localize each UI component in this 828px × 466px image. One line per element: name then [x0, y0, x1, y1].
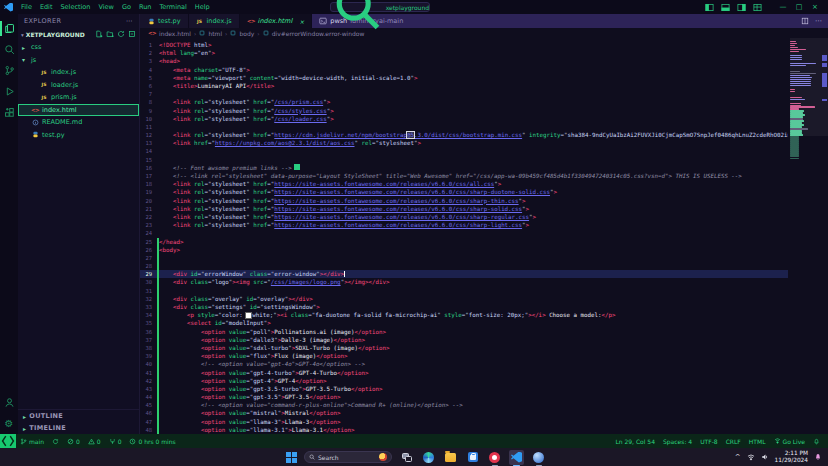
code-line-23[interactable]: 23 <link rel="stylesheet" href="https://…: [140, 221, 788, 229]
code-line-18[interactable]: 18 <link rel="stylesheet" href="https://…: [140, 180, 788, 188]
activitybar-search-icon[interactable]: [0, 39, 18, 60]
workspace-section-row[interactable]: ▾ XETPLAYGROUND: [18, 28, 139, 41]
code-line-5[interactable]: 5 <meta name="viewport" content="width=d…: [140, 74, 788, 82]
status-utf-8[interactable]: UTF-8: [696, 438, 722, 445]
file-test-py[interactable]: test.py: [18, 129, 139, 142]
file-loader-js[interactable]: JSloader.js: [18, 79, 139, 92]
file-prism-js[interactable]: JSprism.js: [18, 91, 139, 104]
collapse-all-icon[interactable]: [128, 30, 136, 40]
code-line-45[interactable]: 45 <!-- <option value="command-r-plus-on…: [140, 401, 788, 409]
explorer-more-icon[interactable]: ⋯: [126, 17, 133, 25]
volume-icon[interactable]: [761, 453, 769, 461]
taskbar-search[interactable]: Search: [304, 451, 392, 463]
command-search-box[interactable]: xetplayground: [330, 2, 430, 12]
code-line-2[interactable]: 2<html lang="en">: [140, 49, 788, 57]
code-line-21[interactable]: 21 <link rel="stylesheet" href="https://…: [140, 205, 788, 213]
code-line-10[interactable]: 10 <link rel="stylesheet" href="/css/loa…: [140, 115, 788, 123]
new-folder-icon[interactable]: [106, 30, 114, 40]
toggle-secondary-sidebar-icon[interactable]: [737, 3, 746, 12]
code-line-39[interactable]: 39 <option value="flux">Flux (image)</op…: [140, 352, 788, 360]
activitybar-source-control-icon[interactable]: [0, 60, 18, 81]
overview-ruler[interactable]: [820, 41, 828, 434]
toggle-panel-icon[interactable]: [721, 3, 730, 12]
code-line-15[interactable]: 15: [140, 156, 788, 164]
status-warning-0[interactable]: 0: [84, 438, 105, 445]
code-line-29[interactable]: 29 <div id="errorWindow" class="error-wi…: [140, 270, 788, 278]
code-line-24[interactable]: 24: [140, 229, 788, 237]
code-line-31[interactable]: 31: [140, 287, 788, 295]
breadcrumb-item[interactable]: html: [208, 30, 222, 37]
code-line-13[interactable]: 13 <link href="https://unpkg.com/aos@2.3…: [140, 139, 788, 147]
status-bell[interactable]: [809, 438, 824, 445]
code-line-25[interactable]: 25</head>: [140, 238, 788, 246]
code-line-8[interactable]: 8 <link rel="stylesheet" href="/css/pris…: [140, 98, 788, 106]
file-index-js[interactable]: JSindex.js: [18, 66, 139, 79]
file-README-md[interactable]: README.md: [18, 116, 139, 129]
status-remote[interactable]: [0, 434, 16, 448]
minimap[interactable]: [790, 41, 818, 160]
code-line-17[interactable]: 17 <!-- <link rel="stylesheet" data-purp…: [140, 172, 788, 180]
menu-item-view[interactable]: View: [94, 0, 117, 14]
more-actions-icon[interactable]: ⋯: [815, 17, 822, 25]
folder-css[interactable]: ▸css: [18, 41, 139, 54]
code-line-1[interactable]: 1<!DOCTYPE html>: [140, 41, 788, 49]
menu-item-go[interactable]: Go: [118, 0, 135, 14]
code-line-20[interactable]: 20 <link rel="stylesheet" href="https://…: [140, 197, 788, 205]
menu-item-edit[interactable]: Edit: [36, 0, 57, 14]
code-line-37[interactable]: 37 <option value="dalle3">Dalle-3 (image…: [140, 336, 788, 344]
taskbar-app-edge[interactable]: [421, 450, 436, 465]
activitybar-account-icon[interactable]: [0, 392, 18, 413]
code-line-40[interactable]: 40 <!-- <option value="gpt-4o">GPT-4o</o…: [140, 360, 788, 368]
code-line-19[interactable]: 19 <link rel="stylesheet" href="https://…: [140, 188, 788, 196]
sidebar-section-timeline[interactable]: ▸TIMELINE: [18, 422, 139, 434]
start-button[interactable]: [286, 452, 297, 463]
code-line-26[interactable]: 26<body>: [140, 246, 788, 254]
split-editor-icon[interactable]: [801, 17, 809, 25]
menu-item-terminal[interactable]: Terminal: [155, 0, 190, 14]
code-line-11[interactable]: 11: [140, 123, 788, 131]
breadcrumb-item[interactable]: body: [239, 30, 254, 37]
activitybar-extensions-icon[interactable]: [0, 102, 18, 123]
tray-chevron-up-icon[interactable]: ^: [735, 453, 741, 461]
status-sync[interactable]: [48, 438, 63, 445]
tab-index-js[interactable]: JSindex.js: [189, 14, 240, 28]
status-fork-0[interactable]: 0: [105, 438, 126, 445]
menu-item-file[interactable]: File: [17, 0, 36, 14]
code-line-27[interactable]: 27: [140, 254, 788, 262]
code-line-3[interactable]: 3<head>: [140, 57, 788, 65]
status-go-live[interactable]: Go Live: [770, 438, 809, 445]
toggle-sidebar-icon[interactable]: [705, 3, 714, 12]
code-line-42[interactable]: 42 <option value="gpt-4">GPT-4</option>: [140, 377, 788, 385]
code-line-36[interactable]: 36 <option value="poll">Pollinations.ai …: [140, 328, 788, 336]
activitybar-run-debug-icon[interactable]: [0, 81, 18, 102]
taskbar-app-copilot[interactable]: [531, 450, 546, 465]
code-line-4[interactable]: 4 <meta charset="UTF-8">: [140, 66, 788, 74]
code-line-44[interactable]: 44 <option value="gpt-3.5">GPT-3.5</opti…: [140, 393, 788, 401]
customize-layout-icon[interactable]: [753, 3, 762, 12]
maximize-button[interactable]: □: [791, 0, 807, 14]
code-line-38[interactable]: 38 <option value="sdxl-turbo">SDXL-Turbo…: [140, 344, 788, 352]
code-line-7[interactable]: 7: [140, 90, 788, 98]
menu-item-help[interactable]: Help: [191, 0, 214, 14]
status-spaces-4[interactable]: Spaces: 4: [659, 438, 696, 445]
menu-item-run[interactable]: Run: [135, 0, 155, 14]
tab-index-html[interactable]: <>index.html×: [240, 14, 313, 28]
code-line-12[interactable]: 12 <link rel="stylesheet" href="https://…: [140, 131, 788, 139]
menu-item-selection[interactable]: Selection: [56, 0, 94, 14]
clock[interactable]: 2:11 PM 11/29/2024: [775, 450, 808, 463]
status-error-0[interactable]: 0: [63, 438, 84, 445]
sidebar-section-outline[interactable]: ▸OUTLINE: [18, 410, 139, 422]
wifi-icon[interactable]: [747, 453, 755, 461]
status-ln-29-col-54[interactable]: Ln 29, Col 54: [611, 438, 659, 445]
code-line-28[interactable]: 28: [140, 262, 788, 270]
taskbar-app-vscode[interactable]: [509, 450, 524, 465]
tab-test-py[interactable]: test.py: [140, 14, 189, 28]
notification-bell-icon[interactable]: [814, 453, 822, 461]
code-line-41[interactable]: 41 <option value="gpt-4-turbo">GPT-4-Tur…: [140, 369, 788, 377]
close-button[interactable]: ×: [807, 0, 823, 14]
code-line-16[interactable]: 16 <!-- Font awsome premium links -->: [140, 164, 788, 172]
code-line-33[interactable]: 33 <div class="settings" id="settingsWin…: [140, 303, 788, 311]
status-crlf[interactable]: CRLF: [722, 438, 745, 445]
code-line-47[interactable]: 47 <option value="llama-3">Llama-3</opti…: [140, 418, 788, 426]
activitybar-explorer-icon[interactable]: [0, 18, 18, 39]
